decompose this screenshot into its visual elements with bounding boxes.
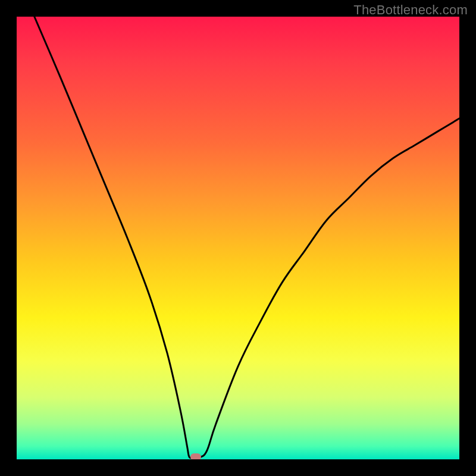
chart-frame: TheBottleneck.com: [0, 0, 476, 476]
optimum-marker: [190, 453, 201, 459]
bottleneck-curve: [35, 17, 459, 458]
plot-area: [17, 17, 459, 459]
curve-layer: [17, 17, 459, 459]
watermark-text: TheBottleneck.com: [353, 2, 468, 18]
